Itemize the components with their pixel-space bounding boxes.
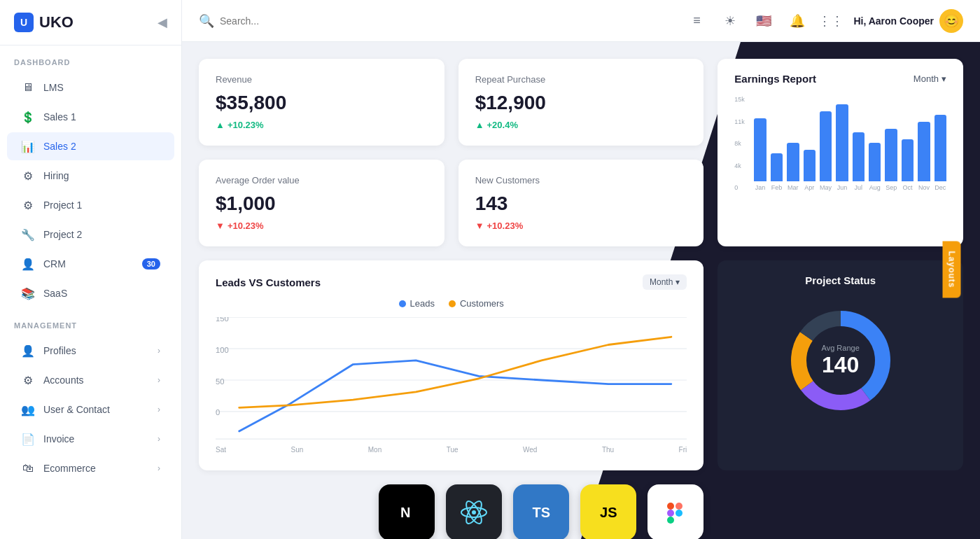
sidebar-item-label: LMS — [43, 82, 64, 93]
sidebar-item-crm[interactable]: 👤 CRM 30 — [7, 250, 174, 278]
bar — [787, 143, 799, 181]
nextjs-icon[interactable]: N — [379, 484, 435, 539]
apps-icon[interactable]: ⋮⋮ — [820, 10, 842, 32]
avg-order-label: Average Order value — [216, 175, 428, 186]
bar-month-label: Aug — [869, 184, 881, 191]
sidebar-item-label: Ecommerce — [43, 463, 96, 474]
sales2-icon: 📊 — [21, 139, 35, 153]
search-input[interactable] — [220, 15, 360, 27]
project1-icon: ⚙ — [21, 198, 35, 212]
svg-rect-20 — [676, 503, 682, 510]
flag-icon[interactable]: 🇺🇸 — [752, 10, 775, 32]
sidebar-item-ecommerce[interactable]: 🛍 Ecommerce › — [7, 454, 174, 482]
typescript-icon[interactable]: TS — [513, 484, 569, 539]
bars-container: JanFebMarAprMayJunJulAugSepOctNovDec — [754, 96, 946, 208]
user-greeting[interactable]: Hi, Aaron Cooper 😊 — [853, 9, 963, 33]
sidebar-item-sales2[interactable]: 📊 Sales 2 — [7, 132, 174, 160]
sidebar-item-accounts[interactable]: ⚙ Accounts › — [7, 366, 174, 394]
y-label-0: 0 — [734, 184, 754, 191]
bar-month-label: Mar — [788, 184, 799, 191]
theme-toggle-icon[interactable]: ☀ — [719, 10, 741, 32]
down-arrow-icon: ▼ — [475, 220, 484, 231]
ecommerce-icon: 🛍 — [21, 461, 35, 475]
layouts-button[interactable]: Layouts — [942, 241, 960, 298]
bar-group: Jun — [836, 104, 848, 191]
next-logo: N — [393, 498, 421, 526]
bell-icon[interactable]: 🔔 — [786, 10, 808, 32]
y-label-15k: 15k — [734, 96, 754, 103]
avg-order-value: $1,000 — [216, 192, 428, 215]
leads-title: Leads VS Customers — [216, 276, 321, 288]
figma-icon[interactable] — [648, 484, 704, 539]
sidebar-item-invoice[interactable]: 📄 Invoice › — [7, 425, 174, 453]
sidebar-item-label: Profiles — [43, 345, 76, 356]
bar — [934, 115, 946, 181]
sidebar-item-label: Project 1 — [43, 200, 82, 211]
sidebar-item-profiles[interactable]: 👤 Profiles › — [7, 337, 174, 365]
react-icon[interactable] — [446, 484, 502, 539]
sidebar-item-label: Invoice — [43, 433, 74, 444]
revenue-change: ▲ +10.23% — [216, 120, 428, 130]
bar — [771, 153, 783, 181]
sidebar: U UKO ◀ DASHBOARD 🖥 LMS 💲 Sales 1 📊 Sale… — [0, 0, 182, 539]
profiles-icon: 👤 — [21, 344, 35, 358]
repeat-purchase-card: Repeat Purchase $12,900 ▲ +20.4% — [458, 59, 704, 146]
tech-icons-row: N TS JS — [199, 484, 704, 539]
sidebar-item-project2[interactable]: 🔧 Project 2 — [7, 220, 174, 248]
content-grid: Revenue $35,800 ▲ +10.23% Repeat Purchas… — [199, 59, 963, 539]
bar — [885, 129, 897, 181]
sidebar-item-project1[interactable]: ⚙ Project 1 — [7, 191, 174, 219]
svg-text:N: N — [400, 505, 410, 520]
svg-point-18 — [472, 510, 476, 514]
bar-group: Jul — [853, 132, 864, 191]
avg-value: 140 — [822, 352, 860, 378]
sidebar-item-saas[interactable]: 📚 SaaS — [7, 279, 174, 307]
sidebar-item-hiring[interactable]: ⚙ Hiring — [7, 162, 174, 190]
y-label-4k: 4k — [734, 162, 754, 169]
bar-group: Oct — [902, 139, 913, 191]
bar-group: Sep — [885, 129, 897, 191]
avg-order-change-text: +10.23% — [227, 220, 264, 231]
earnings-card: Earnings Report Month ▾ 0 4k 8k 11k 15k — [718, 59, 963, 246]
chevron-right-icon: › — [158, 346, 160, 356]
sidebar-item-lms[interactable]: 🖥 LMS — [7, 74, 174, 102]
avg-order-card: Average Order value $1,000 ▼ +10.23% — [199, 160, 444, 246]
customers-label: New Customers — [475, 175, 687, 186]
customers-change-text: +10.23% — [487, 220, 524, 231]
chevron-right-icon: › — [158, 434, 160, 444]
avg-label: Avg Range — [822, 344, 860, 352]
bar-group: Feb — [771, 153, 783, 191]
bar-group: May — [820, 111, 832, 191]
x-label-tue: Tue — [447, 446, 458, 454]
javascript-icon[interactable]: JS — [580, 484, 636, 539]
sidebar-item-label: Sales 1 — [43, 111, 76, 122]
topbar-actions: ≡ ☀ 🇺🇸 🔔 ⋮⋮ Hi, Aaron Cooper 😊 — [685, 9, 963, 33]
accounts-icon: ⚙ — [21, 373, 35, 387]
repeat-change: ▲ +20.4% — [475, 120, 687, 130]
bar-month-label: Jul — [855, 184, 863, 191]
react-logo — [460, 498, 488, 526]
bar — [869, 143, 881, 181]
topbar: 🔍 ≡ ☀ 🇺🇸 🔔 ⋮⋮ Hi, Aaron Cooper 😊 — [182, 0, 980, 42]
bar-month-label: Dec — [934, 184, 946, 191]
bar-month-label: Sep — [886, 184, 897, 191]
project2-icon: 🔧 — [21, 227, 35, 241]
bar — [804, 150, 816, 181]
sidebar-item-sales1[interactable]: 💲 Sales 1 — [7, 103, 174, 131]
leads-header: Leads VS Customers Month ▾ — [216, 274, 687, 290]
sidebar-item-user-contact[interactable]: 👥 User & Contact › — [7, 396, 174, 424]
new-customers-card: New Customers 143 ▼ +10.23% — [458, 160, 704, 246]
chevron-right-icon: › — [158, 405, 160, 414]
leads-month-button[interactable]: Month ▾ — [643, 274, 687, 290]
repeat-value: $12,900 — [475, 92, 687, 114]
earnings-title: Earnings Report — [734, 73, 816, 85]
x-label-thu: Thu — [602, 446, 614, 454]
logo-name: UKO — [39, 13, 74, 31]
management-section-label: MANAGEMENT — [0, 309, 181, 335]
sidebar-collapse-button[interactable]: ◀ — [158, 15, 167, 30]
crm-icon: 👤 — [21, 257, 35, 271]
menu-icon[interactable]: ≡ — [685, 10, 708, 32]
dashboard-section-label: DASHBOARD — [0, 46, 181, 72]
month-selector[interactable]: Month ▾ — [913, 74, 946, 84]
customers-dot — [449, 300, 456, 307]
